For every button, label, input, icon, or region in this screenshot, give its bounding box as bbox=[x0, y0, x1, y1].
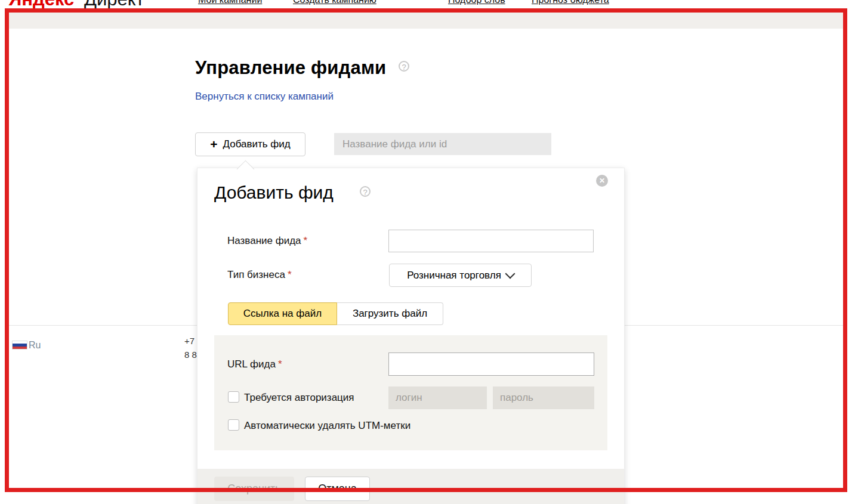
business-type-label: Тип бизнеса* bbox=[227, 269, 292, 281]
add-feed-modal: ✕ Добавить фид ? Название фида* Тип бизн… bbox=[197, 168, 625, 504]
nav-my-campaigns[interactable]: Мои кампании bbox=[198, 0, 262, 5]
required-marker: * bbox=[278, 358, 282, 370]
password-input[interactable] bbox=[493, 386, 594, 409]
save-button[interactable]: Сохранить bbox=[214, 477, 294, 501]
page-title: Управление фидами bbox=[195, 57, 386, 79]
footer-phone-line1: +7 bbox=[184, 336, 195, 346]
add-feed-button[interactable]: + Добавить фид bbox=[195, 132, 305, 156]
remove-utm-checkbox[interactable] bbox=[228, 419, 239, 431]
login-input[interactable] bbox=[388, 386, 487, 409]
feed-name-label: Название фида* bbox=[227, 235, 307, 247]
modal-footer: Сохранить Отмена bbox=[197, 469, 624, 504]
feed-search-input[interactable] bbox=[334, 133, 551, 155]
close-icon[interactable]: ✕ bbox=[596, 175, 608, 187]
feed-url-section: URL фида* Требуется авторизация Автомати… bbox=[214, 335, 607, 450]
plus-icon: + bbox=[210, 138, 217, 150]
business-type-select[interactable]: Розничная торговля bbox=[389, 264, 532, 287]
yandex-direct-logo[interactable]: Яндекс Директ bbox=[8, 0, 144, 10]
back-to-campaigns-link[interactable]: Вернуться к списку кампаний bbox=[195, 91, 334, 103]
nav-budget-forecast[interactable]: Прогноз бюджета bbox=[532, 0, 609, 5]
tab-upload-file[interactable]: Загрузить файл bbox=[337, 302, 443, 325]
nav-keyword-selection[interactable]: Подбор слов bbox=[448, 0, 505, 5]
logo-product: Директ bbox=[84, 0, 144, 10]
language-switcher[interactable]: Ru bbox=[29, 340, 41, 351]
help-icon[interactable]: ? bbox=[399, 61, 409, 72]
modal-title: Добавить фид bbox=[214, 183, 334, 203]
modal-help-icon[interactable]: ? bbox=[360, 186, 371, 197]
nav-create-campaign[interactable]: Создать кампанию bbox=[293, 0, 376, 5]
business-type-value: Розничная торговля bbox=[407, 270, 501, 282]
feed-url-input[interactable] bbox=[388, 353, 594, 376]
required-marker: * bbox=[304, 235, 308, 246]
auth-required-label[interactable]: Требуется авторизация bbox=[244, 392, 354, 404]
header-band bbox=[9, 13, 843, 29]
feed-name-input[interactable] bbox=[388, 230, 594, 252]
feed-source-tabs: Ссылка на файл Загрузить файл bbox=[228, 302, 443, 325]
logo-brand: Яндекс bbox=[8, 0, 74, 10]
required-marker: * bbox=[288, 269, 292, 280]
remove-utm-label[interactable]: Автоматически удалять UTM-метки bbox=[244, 420, 410, 432]
cancel-button[interactable]: Отмена bbox=[305, 477, 370, 501]
feed-url-label: URL фида* bbox=[227, 358, 282, 370]
add-feed-button-label: Добавить фид bbox=[223, 138, 291, 150]
russia-flag-icon bbox=[12, 341, 27, 350]
footer-phone-line2: 8 8 bbox=[184, 350, 197, 360]
auth-required-checkbox[interactable] bbox=[228, 391, 239, 403]
tab-file-link[interactable]: Ссылка на файл bbox=[228, 302, 337, 325]
chevron-down-icon bbox=[505, 268, 515, 279]
